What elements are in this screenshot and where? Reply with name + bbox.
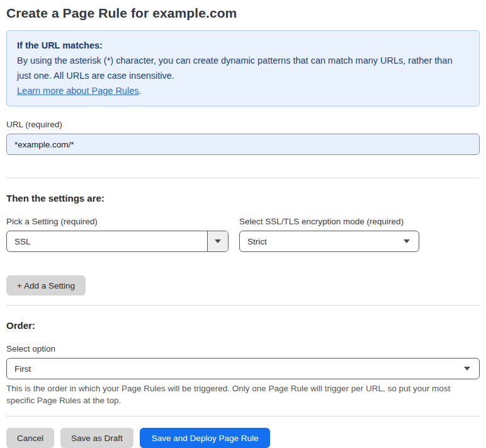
save-as-draft-button[interactable]: Save as Draft [60, 428, 133, 448]
info-box-body: By using the asterisk (*) character, you… [17, 53, 469, 98]
settings-section-heading: Then the settings are: [6, 193, 480, 204]
divider [6, 416, 480, 416]
url-field-label: URL (required) [6, 120, 480, 129]
chevron-down-icon [404, 239, 410, 243]
ssl-mode-value: Strict [240, 237, 404, 246]
setting-picker-label: Pick a Setting (required) [6, 217, 229, 226]
page-title: Create a Page Rule for example.com [6, 6, 480, 21]
page-rule-form: Create a Page Rule for example.com If th… [0, 0, 486, 448]
cancel-button[interactable]: Cancel [6, 428, 54, 448]
order-select-label: Select option [6, 344, 480, 353]
setting-picker-dropdown[interactable]: SSL [6, 231, 229, 252]
chevron-down-icon [464, 367, 470, 370]
save-and-deploy-button[interactable]: Save and Deploy Page Rule [140, 428, 271, 448]
ssl-mode-dropdown[interactable]: Strict [239, 231, 419, 252]
setting-picker-column: Pick a Setting (required) SSL [6, 204, 229, 252]
ssl-mode-label: Select SSL/TLS encryption mode (required… [239, 217, 419, 226]
divider [6, 178, 480, 178]
info-box-text: By using the asterisk (*) character, you… [17, 55, 453, 81]
info-box-heading: If the URL matches: [17, 38, 469, 53]
settings-row: Pick a Setting (required) SSL Select SSL… [6, 204, 480, 252]
divider [6, 305, 480, 306]
footer-actions: Cancel Save as Draft Save and Deploy Pag… [6, 428, 480, 448]
dropdown-arrow-button[interactable] [207, 231, 228, 251]
chevron-down-icon [215, 239, 221, 243]
order-help-text: This is the order in which your Page Rul… [6, 383, 475, 406]
learn-more-link[interactable]: Learn more about Page Rules [17, 86, 138, 96]
url-input[interactable] [6, 134, 480, 155]
ssl-mode-column: Select SSL/TLS encryption mode (required… [239, 204, 419, 252]
order-dropdown[interactable]: First [6, 358, 480, 379]
order-value: First [7, 364, 464, 374]
setting-picker-value: SSL [7, 237, 207, 246]
link-period: . [138, 86, 141, 96]
order-section-heading: Order: [6, 320, 480, 331]
add-setting-button[interactable]: + Add a Setting [6, 275, 86, 296]
url-match-info-box: If the URL matches: By using the asteris… [6, 30, 480, 106]
